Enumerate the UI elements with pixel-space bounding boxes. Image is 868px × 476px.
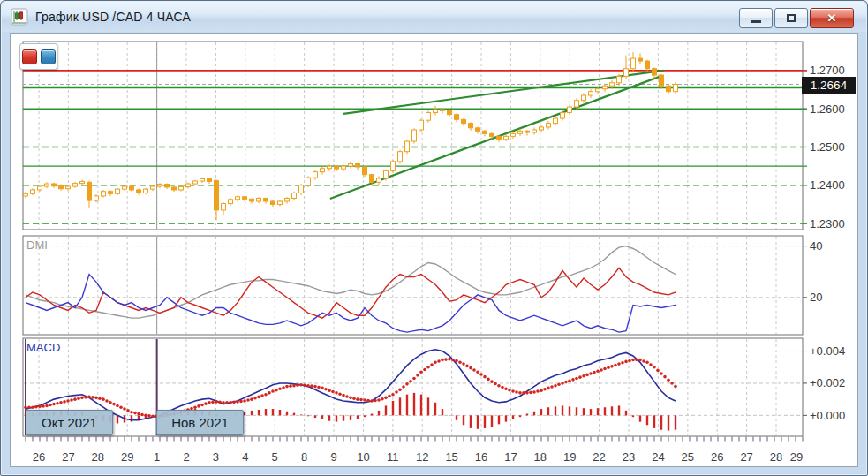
month-badge-oct[interactable]: Окт 2021 xyxy=(26,410,113,435)
window-controls: ✕ xyxy=(737,8,854,28)
chart-mini-toolbar xyxy=(19,43,57,70)
red-marker-button[interactable] xyxy=(22,49,37,64)
blue-marker-button[interactable] xyxy=(41,49,56,64)
chart-surface[interactable] xyxy=(10,33,858,467)
maximize-icon xyxy=(787,14,796,22)
maximize-button[interactable] xyxy=(774,8,808,28)
window-icon xyxy=(11,8,28,26)
minimize-icon xyxy=(751,20,761,23)
chart-window: График USD /CAD 4 ЧАСА ✕ 262728291234589… xyxy=(0,0,868,476)
month-badge-nov[interactable]: Нов 2021 xyxy=(156,410,244,435)
title-bar[interactable]: График USD /CAD 4 ЧАСА ✕ xyxy=(2,2,866,32)
window-title: График USD /CAD 4 ЧАСА xyxy=(35,10,191,24)
current-price-badge: 1.2664 xyxy=(802,77,856,94)
close-button[interactable]: ✕ xyxy=(810,8,854,28)
minimize-button[interactable] xyxy=(739,8,773,28)
close-icon: ✕ xyxy=(827,11,837,25)
macd-panel-label: MACD xyxy=(26,341,60,354)
dmi-panel-label: DMI xyxy=(26,238,48,252)
